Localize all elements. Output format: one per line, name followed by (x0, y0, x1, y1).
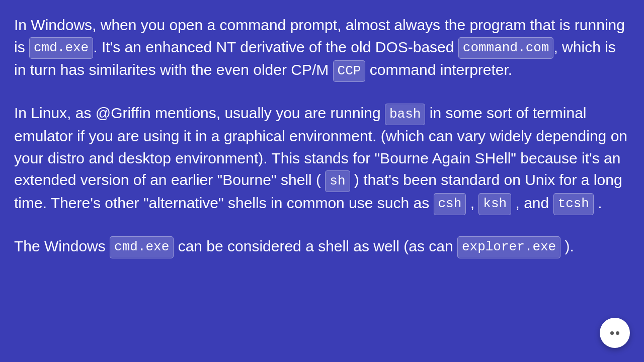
code-cmd-exe-2: cmd.exe (110, 236, 174, 258)
code-csh: csh (434, 193, 466, 215)
code-sh: sh (325, 170, 350, 193)
p1-text-end: command interpreter. (365, 61, 512, 78)
fab-dot-2 (616, 331, 619, 335)
p3-text-before-cmd: The Windows (14, 238, 110, 254)
code-command-com: command.com (458, 37, 554, 59)
main-content: In Windows, when you open a command prom… (0, 0, 644, 293)
code-bash: bash (385, 104, 425, 126)
fab-button[interactable] (600, 318, 630, 348)
p2-text-end: . (594, 195, 602, 211)
paragraph-3: The Windows cmd.exe can be considered a … (14, 235, 630, 258)
code-cmd-exe-1: cmd.exe (29, 37, 93, 59)
p2-text-comma2: , and (511, 195, 553, 211)
code-tcsh: tcsh (553, 193, 594, 215)
code-ksh: ksh (478, 193, 511, 215)
p3-text-after-cmd: can be considered a shell as well (as ca… (174, 238, 457, 254)
p2-text-before-bash: In Linux, as @Griffin mentions, usually … (14, 105, 385, 121)
code-explorer-exe: explorer.exe (457, 236, 560, 258)
paragraph-2: In Linux, as @Griffin mentions, usually … (14, 102, 630, 215)
p1-text-after-cmd: . It's an enhanced NT derivative of the … (93, 39, 458, 55)
fab-dot-1 (610, 331, 614, 335)
code-ccp: CCP (333, 60, 366, 82)
paragraph-1: In Windows, when you open a command prom… (14, 14, 630, 82)
p2-text-comma1: , (466, 195, 478, 211)
fab-dots-container (610, 331, 619, 335)
p3-text-end: ). (560, 238, 574, 254)
